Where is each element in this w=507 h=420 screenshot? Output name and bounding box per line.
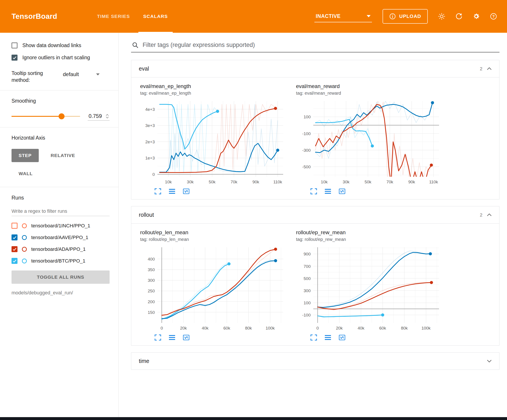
axis-button-step[interactable]: STEP — [12, 149, 39, 162]
svg-text:100: 100 — [303, 115, 311, 119]
settings-sidebar: Show data download links Ignore outliers… — [0, 33, 119, 417]
runs-filter-input[interactable] — [12, 207, 110, 216]
svg-text:50k: 50k — [365, 179, 372, 184]
chart-plot[interactable]: 020k40k60k80k100k150200250300350400 — [140, 244, 286, 333]
section-count: 2 — [480, 66, 482, 71]
run-row[interactable]: tensorboard/ADA/PPO_1 — [12, 246, 110, 252]
info-icon — [389, 13, 396, 20]
data-table-icon[interactable] — [168, 188, 176, 195]
chart-title: eval/mean_ep_length — [140, 83, 286, 89]
tooltip-sorting-row: Tooltip sorting method: default — [12, 70, 110, 84]
horizontal-axis-buttons: STEP RELATIVE WALL — [12, 149, 110, 180]
svg-text:100: 100 — [303, 301, 311, 305]
chart-tag: tag: eval/mean_ep_length — [140, 91, 286, 96]
tooltip-sorting-label: Tooltip sorting method: — [12, 70, 56, 84]
axis-button-wall[interactable]: WALL — [12, 167, 40, 180]
tensorboard-app: TensorBoard TIME SERIES SCALARS INACTIVE… — [0, 0, 507, 420]
settings-gear-icon[interactable] — [472, 13, 480, 20]
tab-scalars[interactable]: SCALARS — [137, 0, 175, 33]
data-table-icon[interactable] — [324, 188, 332, 195]
svg-text:-300: -300 — [302, 148, 311, 153]
tag-filter-row — [131, 39, 500, 52]
svg-text:90k: 90k — [408, 179, 415, 184]
run-row[interactable]: tensorboard/AAVE/PPO_1 — [12, 234, 110, 241]
slider-thumb[interactable] — [59, 113, 65, 119]
help-icon[interactable]: ? — [490, 13, 497, 20]
svg-text:10k: 10k — [321, 179, 328, 184]
app-header: TensorBoard TIME SERIES SCALARS INACTIVE… — [0, 0, 507, 33]
data-table-icon[interactable] — [168, 334, 176, 341]
chart-eval-mean-reward: eval/mean_reward tag: eval/mean_reward 1… — [296, 83, 442, 195]
svg-text:70k: 70k — [231, 179, 237, 184]
chevron-down-icon[interactable] — [487, 360, 492, 363]
run-checkbox[interactable] — [12, 246, 17, 252]
svg-text:700: 700 — [303, 264, 311, 269]
svg-text:90k: 90k — [252, 179, 259, 184]
svg-text:400: 400 — [148, 257, 155, 262]
run-checkbox[interactable] — [12, 223, 17, 229]
chart-title: rollout/ep_len_mean — [140, 229, 286, 235]
fit-domain-icon[interactable] — [182, 334, 190, 341]
svg-text:2e+3: 2e+3 — [145, 139, 155, 144]
svg-text:-100: -100 — [302, 313, 311, 317]
brightness-icon[interactable] — [438, 13, 445, 20]
fit-domain-icon[interactable] — [338, 188, 346, 195]
expand-chart-icon[interactable] — [154, 334, 162, 341]
axis-button-relative[interactable]: RELATIVE — [44, 149, 82, 162]
status-dropdown[interactable]: INACTIVE — [314, 11, 372, 22]
svg-text:110k: 110k — [429, 179, 438, 184]
chart-actions — [310, 334, 442, 341]
chevron-up-icon[interactable] — [487, 67, 492, 70]
setting-ignore-outliers[interactable]: Ignore outliers in chart scaling — [12, 55, 110, 61]
checkbox-icon[interactable] — [12, 42, 17, 48]
svg-text:500: 500 — [303, 276, 311, 281]
section-title: eval — [139, 65, 480, 72]
sidebar-divider — [0, 90, 119, 90]
bottom-strip — [0, 417, 507, 420]
expand-chart-icon[interactable] — [310, 188, 318, 195]
smoothing-slider[interactable] — [12, 116, 80, 117]
refresh-icon[interactable] — [455, 13, 463, 20]
fit-domain-icon[interactable] — [182, 188, 190, 195]
checkbox-icon[interactable] — [12, 55, 17, 61]
data-table-icon[interactable] — [324, 334, 332, 341]
tab-time-series[interactable]: TIME SERIES — [90, 0, 136, 33]
run-row[interactable]: tensorboard/1INCH/PPO_1 — [12, 223, 110, 229]
section-rollout-header[interactable]: rollout 2 — [131, 206, 499, 224]
svg-text:10k: 10k — [165, 179, 172, 184]
svg-text:80k: 80k — [401, 326, 408, 330]
tooltip-sorting-select[interactable]: default — [63, 70, 100, 79]
run-label: tensorboard/ADA/PPO_1 — [31, 246, 86, 252]
upload-button[interactable]: UPLOAD — [383, 9, 428, 24]
chart-plot[interactable]: 10k30k50k70k90k110k100-100-300-500 — [296, 98, 442, 186]
svg-text:900: 900 — [303, 252, 311, 256]
chart-plot[interactable]: 020k40k60k80k100k-100100300500700900 — [296, 244, 442, 333]
smoothing-value: 0.759 — [89, 113, 104, 119]
section-time: time — [131, 352, 500, 370]
setting-label: Show data download links — [22, 42, 81, 48]
section-time-header[interactable]: time — [131, 352, 499, 370]
run-row[interactable]: tensorboard/BTC/PPO_1 — [12, 258, 110, 264]
section-eval-header[interactable]: eval 2 — [131, 60, 499, 77]
expand-chart-icon[interactable] — [154, 188, 162, 195]
svg-text:40k: 40k — [202, 326, 209, 330]
runs-footer-path: models/debugged_eval_run/ — [12, 290, 110, 296]
toggle-all-runs-button[interactable]: TOGGLE ALL RUNS — [12, 270, 110, 284]
eval-charts-row: eval/mean_ep_length tag: eval/mean_ep_le… — [131, 77, 499, 199]
svg-text:250: 250 — [148, 289, 155, 293]
chart-plot[interactable]: 10k30k50k70k90k110k01e+32e+33e+34e+3 — [140, 98, 286, 186]
tag-filter-input[interactable] — [143, 41, 499, 48]
expand-chart-icon[interactable] — [310, 334, 318, 341]
number-stepper-icon[interactable] — [106, 114, 109, 118]
setting-show-download-links[interactable]: Show data download links — [12, 42, 110, 48]
chevron-up-icon[interactable] — [487, 213, 492, 216]
svg-text:60k: 60k — [379, 326, 386, 330]
status-label: INACTIVE — [316, 13, 340, 19]
smoothing-value-input[interactable]: 0.759 — [88, 112, 110, 121]
run-checkbox[interactable] — [12, 234, 17, 241]
fit-domain-icon[interactable] — [338, 334, 346, 341]
svg-text:-100: -100 — [302, 131, 311, 136]
svg-text:-500: -500 — [302, 165, 311, 169]
sidebar-divider — [0, 127, 119, 127]
run-checkbox[interactable] — [12, 258, 17, 264]
